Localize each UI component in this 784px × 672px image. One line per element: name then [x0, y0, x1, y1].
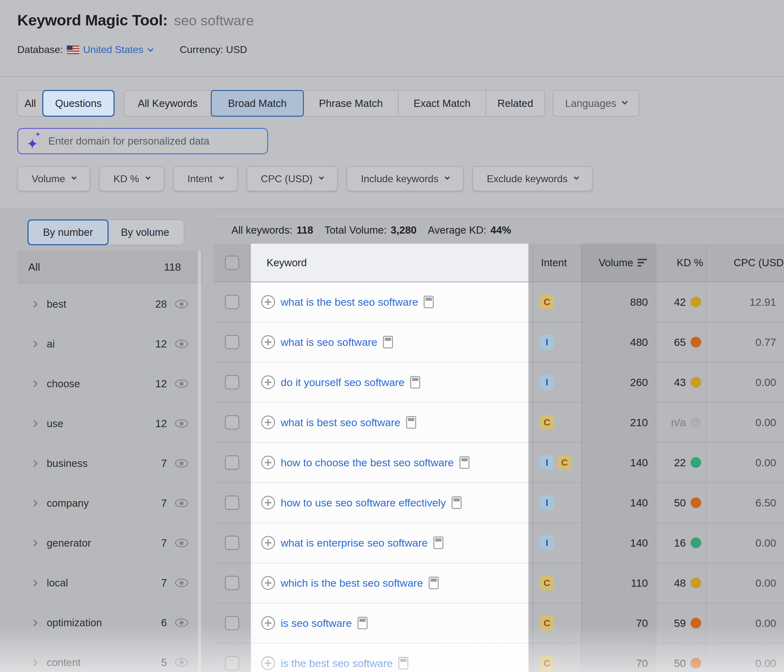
- sidebar-item-choose[interactable]: choose 12: [17, 364, 202, 404]
- chevron-right-icon: [31, 420, 38, 427]
- sidebar-item-best[interactable]: best 28: [17, 284, 202, 324]
- add-keyword-icon[interactable]: [261, 456, 275, 470]
- add-keyword-icon[interactable]: [261, 295, 275, 309]
- add-keyword-icon[interactable]: [261, 656, 275, 670]
- keyword-link[interactable]: is the best seo software: [281, 657, 393, 669]
- tab-related[interactable]: Related: [485, 91, 544, 116]
- eye-icon[interactable]: [175, 459, 188, 468]
- keyword-magic-tool-page: Keyword Magic Tool: seo software Databas…: [0, 0, 784, 672]
- keyword-link[interactable]: do it yourself seo software: [281, 376, 404, 389]
- tab-all[interactable]: All: [17, 91, 43, 116]
- add-keyword-icon[interactable]: [261, 576, 275, 590]
- toggle-by-number[interactable]: By number: [28, 219, 109, 245]
- eye-icon[interactable]: [175, 300, 188, 308]
- row-checkbox[interactable]: [225, 535, 239, 550]
- domain-input[interactable]: Enter domain for personalized data: [18, 129, 267, 153]
- serp-preview-icon[interactable]: [424, 296, 434, 308]
- eye-icon[interactable]: [175, 499, 188, 507]
- add-keyword-icon[interactable]: [261, 536, 275, 550]
- filter-exclude-keywords[interactable]: Exclude keywords: [472, 166, 593, 191]
- stat-all-keywords-label: All keywords:: [232, 224, 292, 236]
- serp-preview-icon[interactable]: [410, 376, 420, 389]
- keyword-link[interactable]: which is the best seo software: [281, 577, 423, 589]
- sidebar-item-company[interactable]: company 7: [17, 483, 202, 523]
- sidebar-item-use[interactable]: use 12: [17, 404, 202, 443]
- column-header-kd[interactable]: KD %: [656, 244, 711, 282]
- row-checkbox[interactable]: [225, 295, 239, 309]
- sidebar-item-all[interactable]: All 118: [17, 251, 202, 283]
- chevron-down-icon: [148, 46, 154, 52]
- eye-icon[interactable]: [175, 340, 188, 348]
- serp-preview-icon[interactable]: [398, 657, 408, 669]
- eye-icon[interactable]: [175, 579, 188, 587]
- add-keyword-icon[interactable]: [261, 335, 275, 349]
- keyword-link[interactable]: what is seo software: [281, 336, 377, 348]
- row-checkbox[interactable]: [225, 576, 239, 590]
- serp-preview-icon[interactable]: [406, 416, 416, 429]
- row-checkbox[interactable]: [225, 415, 239, 429]
- intent-badge-c: C: [540, 294, 554, 310]
- tab-broad-match[interactable]: Broad Match: [211, 90, 304, 117]
- eye-icon[interactable]: [175, 658, 188, 667]
- intent-badge-i: I: [540, 375, 554, 390]
- filter-include-keywords[interactable]: Include keywords: [347, 166, 464, 191]
- sidebar-item-generator[interactable]: generator 7: [17, 523, 202, 563]
- languages-dropdown[interactable]: Languages: [552, 90, 639, 117]
- add-keyword-icon[interactable]: [261, 616, 275, 630]
- tab-exact-match[interactable]: Exact Match: [398, 91, 486, 116]
- sidebar-item-local[interactable]: local 7: [17, 563, 202, 603]
- kd-cell: 65: [656, 322, 711, 362]
- intent-cell: C: [529, 403, 581, 443]
- eye-icon[interactable]: [175, 419, 188, 428]
- kd-difficulty-dot: [691, 618, 701, 628]
- keyword-link[interactable]: what is best seo software: [281, 417, 400, 429]
- tab-questions[interactable]: Questions: [42, 90, 115, 117]
- serp-preview-icon[interactable]: [459, 456, 470, 469]
- eye-icon[interactable]: [175, 380, 188, 388]
- keyword-link[interactable]: what is enterprise seo software: [281, 537, 428, 549]
- row-checkbox[interactable]: [225, 335, 239, 349]
- toggle-by-volume[interactable]: By volume: [107, 219, 184, 245]
- serp-preview-icon[interactable]: [433, 537, 443, 549]
- serp-preview-icon[interactable]: [429, 577, 439, 589]
- column-header-volume[interactable]: Volume: [581, 244, 656, 282]
- tab-all-keywords[interactable]: All Keywords: [124, 91, 211, 116]
- filter-kd-[interactable]: KD %: [99, 166, 164, 191]
- keyword-link[interactable]: is seo software: [281, 617, 352, 629]
- row-checkbox[interactable]: [225, 616, 239, 630]
- chevron-right-icon: [31, 499, 38, 507]
- row-checkbox[interactable]: [225, 455, 239, 470]
- serp-preview-icon[interactable]: [383, 336, 393, 348]
- sidebar-scrollbar[interactable]: [198, 251, 201, 672]
- add-keyword-icon[interactable]: [261, 375, 275, 389]
- sidebar-item-ai[interactable]: ai 12: [17, 324, 202, 364]
- row-checkbox[interactable]: [225, 375, 239, 389]
- tab-phrase-match[interactable]: Phrase Match: [304, 91, 398, 116]
- sidebar-group-count: 7: [161, 497, 167, 509]
- kd-cell: 50: [656, 483, 711, 523]
- filter-cpc-usd-[interactable]: CPC (USD): [246, 166, 338, 191]
- add-keyword-icon[interactable]: [261, 496, 275, 510]
- eye-icon[interactable]: [175, 539, 188, 547]
- eye-icon[interactable]: [175, 618, 188, 627]
- add-keyword-icon[interactable]: [261, 415, 275, 429]
- keyword-link[interactable]: what is the best seo software: [281, 296, 418, 308]
- cpc-cell: 0.00: [711, 563, 784, 604]
- database-selector[interactable]: United States: [83, 44, 153, 56]
- sidebar-item-content[interactable]: content 5: [17, 642, 202, 672]
- column-header-cpc[interactable]: CPC (USD): [711, 244, 784, 282]
- sparkles-icon: [26, 132, 41, 150]
- row-checkbox[interactable]: [225, 656, 239, 670]
- keyword-link[interactable]: how to choose the best seo software: [281, 457, 454, 469]
- select-all-checkbox[interactable]: [225, 255, 239, 270]
- cpc-cell: 0.00: [711, 443, 784, 483]
- serp-preview-icon[interactable]: [358, 617, 367, 629]
- filter-intent[interactable]: Intent: [173, 166, 238, 191]
- keyword-link[interactable]: how to use seo software effectively: [281, 497, 446, 509]
- row-checkbox[interactable]: [225, 495, 239, 510]
- serp-preview-icon[interactable]: [451, 496, 462, 509]
- column-header-intent[interactable]: Intent: [529, 244, 581, 282]
- sidebar-item-business[interactable]: business 7: [17, 443, 202, 483]
- sidebar-item-optimization[interactable]: optimization 6: [17, 603, 202, 642]
- filter-volume[interactable]: Volume: [17, 166, 90, 191]
